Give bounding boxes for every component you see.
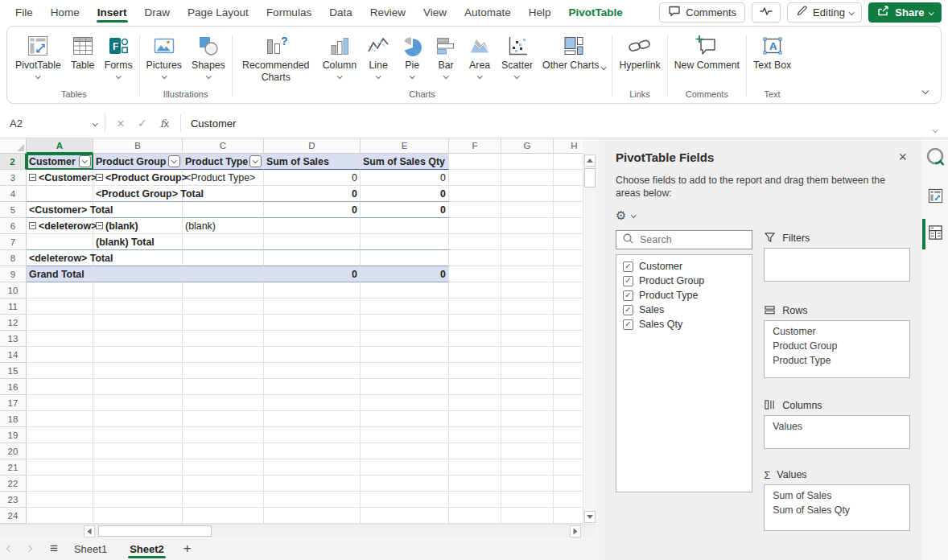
columns-drop-area[interactable]: Values: [764, 415, 910, 449]
cell-F13[interactable]: [449, 331, 501, 347]
cell-H8[interactable]: [554, 250, 583, 266]
cell-B14[interactable]: [93, 347, 183, 363]
row-header-10[interactable]: 10: [0, 282, 27, 299]
sheet-tab-sheet2[interactable]: Sheet2: [118, 537, 175, 560]
cell-C16[interactable]: [183, 379, 264, 395]
add-sheet-button[interactable]: +: [175, 541, 200, 557]
close-pane-button[interactable]: ×: [895, 150, 910, 164]
formula-input[interactable]: Customer: [181, 117, 948, 130]
cell-G13[interactable]: [501, 331, 554, 347]
cell-G11[interactable]: [501, 299, 554, 315]
cell-F6[interactable]: [449, 218, 501, 234]
scroll-up-button[interactable]: [584, 154, 596, 167]
cell-A18[interactable]: [27, 411, 93, 427]
cell-G20[interactable]: [501, 443, 554, 459]
cell-H2[interactable]: [554, 154, 583, 170]
cell-C13[interactable]: [183, 331, 264, 347]
collapse-outline-button[interactable]: [29, 174, 36, 181]
cell-D21[interactable]: [264, 459, 361, 476]
cell-F18[interactable]: [449, 411, 501, 427]
share-button[interactable]: Share: [868, 2, 942, 23]
cell-B6[interactable]: (blank): [93, 218, 183, 234]
name-box[interactable]: A2: [0, 109, 105, 138]
cell-C14[interactable]: [183, 347, 264, 363]
values-drop-area[interactable]: Sum of Sales Sum of Sales Qty: [764, 484, 910, 531]
menu-tab-home[interactable]: Home: [42, 0, 89, 24]
cell-C23[interactable]: [183, 492, 264, 508]
row-header-21[interactable]: 21: [0, 459, 27, 476]
cell-F4[interactable]: [449, 186, 501, 202]
cell-F3[interactable]: [449, 170, 501, 186]
confirm-entry-button[interactable]: ✓: [138, 117, 147, 130]
cell-G8[interactable]: [501, 250, 554, 266]
comments-button[interactable]: Comments: [659, 2, 745, 23]
cell-F7[interactable]: [449, 234, 501, 250]
cell-D13[interactable]: [264, 331, 361, 347]
field-search-input[interactable]: [616, 230, 752, 249]
ribbon-button-pie-chart[interactable]: Pie: [395, 28, 429, 80]
row-header-14[interactable]: 14: [0, 347, 27, 363]
cell-E24[interactable]: [361, 508, 449, 524]
select-all-corner[interactable]: [0, 138, 27, 154]
ribbon-button-forms[interactable]: F Forms: [100, 28, 138, 80]
menu-tab-view[interactable]: View: [414, 0, 455, 24]
columns-area-item[interactable]: Values: [773, 419, 901, 434]
q-addin-button[interactable]: [922, 145, 948, 173]
rows-area-item[interactable]: Customer: [773, 324, 901, 339]
cell-F2[interactable]: [449, 154, 501, 170]
cell-E12[interactable]: [361, 315, 449, 331]
cell-D5[interactable]: 0: [264, 202, 361, 218]
cell-H18[interactable]: [554, 411, 583, 427]
cell-E9[interactable]: 0: [361, 266, 449, 282]
cell-A9[interactable]: Grand Total: [27, 266, 93, 282]
cell-D22[interactable]: [264, 476, 361, 492]
cell-H3[interactable]: [554, 170, 583, 186]
field-list-pane-button[interactable]: [922, 222, 948, 246]
cell-H17[interactable]: [554, 395, 583, 411]
cell-E4[interactable]: 0: [361, 186, 449, 202]
cell-C8[interactable]: [183, 250, 264, 266]
cell-B3[interactable]: <Product Group>: [93, 170, 183, 186]
row-header-18[interactable]: 18: [0, 411, 27, 427]
menu-tab-review[interactable]: Review: [361, 0, 414, 24]
cell-H14[interactable]: [554, 347, 583, 363]
cell-C17[interactable]: [183, 395, 264, 411]
cell-G22[interactable]: [501, 476, 554, 492]
cell-H24[interactable]: [554, 508, 583, 524]
cell-A22[interactable]: [27, 476, 93, 492]
cell-C15[interactable]: [183, 363, 264, 379]
row-header-15[interactable]: 15: [0, 363, 27, 379]
cell-G4[interactable]: [501, 186, 554, 202]
cell-A2[interactable]: Customer: [27, 154, 93, 170]
cell-D6[interactable]: [264, 218, 361, 234]
ribbon-button-other-charts[interactable]: Other Charts: [538, 28, 610, 72]
cell-G6[interactable]: [501, 218, 554, 234]
rows-area-item[interactable]: Product Type: [773, 353, 901, 368]
cell-E10[interactable]: [361, 282, 449, 299]
cell-A24[interactable]: [27, 508, 93, 524]
next-sheet-button[interactable]: [19, 546, 39, 551]
cell-A7[interactable]: [27, 234, 93, 250]
cancel-entry-button[interactable]: ×: [117, 117, 125, 130]
ribbon-button-pictures[interactable]: Pictures: [142, 28, 187, 80]
cell-A21[interactable]: [27, 459, 93, 476]
cell-G14[interactable]: [501, 347, 554, 363]
row-header-22[interactable]: 22: [0, 476, 27, 492]
scroll-left-button[interactable]: [84, 525, 95, 537]
cell-F22[interactable]: [449, 476, 501, 492]
cell-H15[interactable]: [554, 363, 583, 379]
cell-H20[interactable]: [554, 443, 583, 459]
vertical-scrollbar[interactable]: [583, 154, 596, 524]
cell-D20[interactable]: [264, 443, 361, 459]
cell-B2[interactable]: Product Group: [93, 154, 183, 170]
cell-G24[interactable]: [501, 508, 554, 524]
cell-D24[interactable]: [264, 508, 361, 524]
activity-pulse-button[interactable]: [752, 2, 781, 23]
scroll-right-button[interactable]: [570, 525, 581, 537]
row-header-20[interactable]: 20: [0, 443, 27, 459]
menu-tab-draw[interactable]: Draw: [136, 0, 179, 24]
cell-C18[interactable]: [183, 411, 264, 427]
ribbon-button-hyperlink[interactable]: Hyperlink: [614, 28, 665, 72]
menu-tab-automate[interactable]: Automate: [455, 0, 520, 24]
cell-G9[interactable]: [501, 266, 554, 282]
